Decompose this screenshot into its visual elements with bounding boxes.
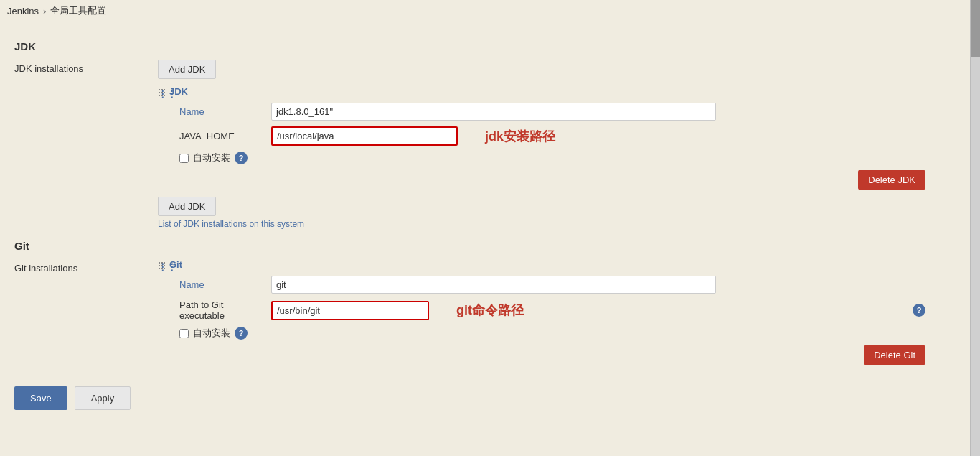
add-jdk-button-2[interactable]: Add JDK — [158, 197, 216, 216]
save-button[interactable]: Save — [14, 386, 67, 410]
delete-jdk-button[interactable]: Delete JDK — [858, 170, 925, 190]
jdk-name-input[interactable] — [271, 103, 716, 121]
git-help-icon[interactable]: ? — [235, 327, 248, 340]
git-drag-handle-icon: ⋮⋮ — [158, 261, 165, 269]
git-path-help-icon[interactable]: ? — [913, 304, 925, 317]
git-annotation: git命令路径 — [456, 302, 524, 319]
breadcrumb-separator: › — [43, 6, 46, 17]
java-home-label: JAVA_HOME — [179, 131, 265, 141]
java-home-input[interactable] — [271, 126, 458, 146]
jdk-installations-label: JDK installations — [14, 60, 158, 74]
git-auto-install-checkbox[interactable] — [179, 329, 189, 338]
apply-button[interactable]: Apply — [75, 386, 131, 410]
jdk-auto-install-label: 自动安装 — [193, 152, 230, 164]
footer-buttons: Save Apply — [14, 386, 947, 410]
git-section-title: Git — [14, 240, 947, 252]
delete-git-button[interactable]: Delete Git — [864, 345, 925, 365]
breadcrumb-root[interactable]: Jenkins — [7, 6, 39, 17]
jdk-list-info: List of JDK installations on this system — [158, 219, 947, 229]
git-auto-install-label: 自动安装 — [193, 327, 230, 340]
breadcrumb: Jenkins › 全局工具配置 — [0, 0, 980, 22]
add-jdk-button[interactable]: Add JDK — [158, 60, 216, 79]
jdk-annotation: jdk安装路径 — [485, 128, 555, 145]
jdk-sub-label: JDK — [169, 86, 188, 97]
jdk-name-label: Name — [179, 106, 265, 117]
jdk-section-title: JDK — [14, 40, 947, 52]
git-sub-label: Git — [169, 259, 182, 270]
git-path-input[interactable] — [271, 301, 429, 320]
jdk-help-icon[interactable]: ? — [235, 152, 248, 164]
git-name-input[interactable] — [271, 276, 716, 294]
git-name-label: Name — [179, 279, 265, 290]
drag-handle-icon: ⋮⋮ — [158, 88, 165, 96]
git-installations-label: Git installations — [14, 259, 158, 274]
jdk-auto-install-checkbox[interactable] — [179, 154, 189, 163]
git-path-label: Path to Git executable — [179, 299, 265, 321]
breadcrumb-current: 全局工具配置 — [50, 4, 106, 17]
